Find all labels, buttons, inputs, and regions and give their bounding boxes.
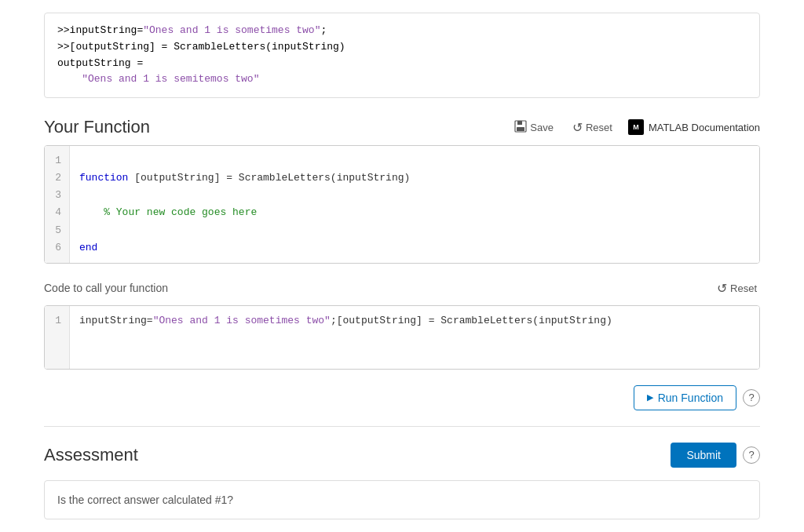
call-line-numbers: 1	[45, 306, 70, 369]
reset-call-label: Reset	[730, 282, 757, 294]
output-line-3: outputString =	[57, 56, 747, 72]
function-editor[interactable]: 1 2 3 4 5 6 function [outputString] = Sc…	[44, 145, 760, 264]
call-section-title: Code to call your function	[44, 282, 168, 294]
svg-rect-1	[517, 121, 522, 125]
play-icon: ▶	[647, 392, 653, 403]
reset-call-icon: ↺	[717, 281, 727, 296]
call-editor[interactable]: 1 inputString="Ones and 1 is sometimes t…	[44, 305, 760, 370]
matlab-icon: M	[628, 119, 644, 135]
your-function-title: Your Function	[44, 117, 150, 137]
run-function-button[interactable]: ▶ Run Function	[634, 385, 736, 410]
matlab-doc-label: MATLAB Documentation	[649, 122, 760, 133]
run-section: ▶ Run Function ?	[44, 385, 760, 410]
your-function-section: Your Function Save ↺ Reset	[44, 117, 760, 264]
reset-call-button[interactable]: ↺ Reset	[714, 279, 760, 297]
submit-help-button[interactable]: ?	[743, 446, 760, 464]
submit-label: Submit	[686, 449, 721, 461]
output-section: >>inputString="Ones and 1 is sometimes t…	[44, 13, 760, 98]
output-line-1: >>inputString="Ones and 1 is sometimes t…	[57, 23, 747, 39]
output-line-2: >>[outputString] = ScrambleLetters(input…	[57, 39, 747, 56]
matlab-doc-button[interactable]: M MATLAB Documentation	[628, 119, 760, 135]
call-code-content[interactable]: inputString="Ones and 1 is sometimes two…	[70, 306, 759, 369]
assessment-question-box: Is the correct answer calculated #1?	[44, 480, 760, 519]
call-section: Code to call your function ↺ Reset 1 inp…	[44, 279, 760, 370]
submit-button[interactable]: Submit	[671, 443, 736, 468]
reset-function-button[interactable]: ↺ Reset	[569, 118, 616, 137]
run-function-label: Run Function	[658, 392, 723, 404]
save-icon	[514, 120, 527, 135]
save-button[interactable]: Save	[511, 118, 557, 137]
reset-function-icon: ↺	[572, 120, 583, 135]
reset-function-label: Reset	[586, 122, 612, 133]
output-line-4: "Oens and 1 is semitemos two"	[57, 71, 747, 88]
assessment-section: Assessment Submit ? Is the correct answe…	[44, 443, 760, 519]
function-toolbar: Save ↺ Reset M MATLAB Documentation	[511, 118, 760, 137]
assessment-title: Assessment	[44, 445, 138, 465]
save-label: Save	[530, 122, 554, 133]
run-help-button[interactable]: ?	[743, 389, 760, 406]
function-code-content[interactable]: function [outputString] = ScrambleLetter…	[70, 146, 759, 263]
function-line-numbers: 1 2 3 4 5 6	[45, 146, 70, 263]
svg-rect-2	[517, 127, 524, 131]
section-divider	[44, 426, 760, 427]
assessment-question: Is the correct answer calculated #1?	[57, 494, 233, 506]
